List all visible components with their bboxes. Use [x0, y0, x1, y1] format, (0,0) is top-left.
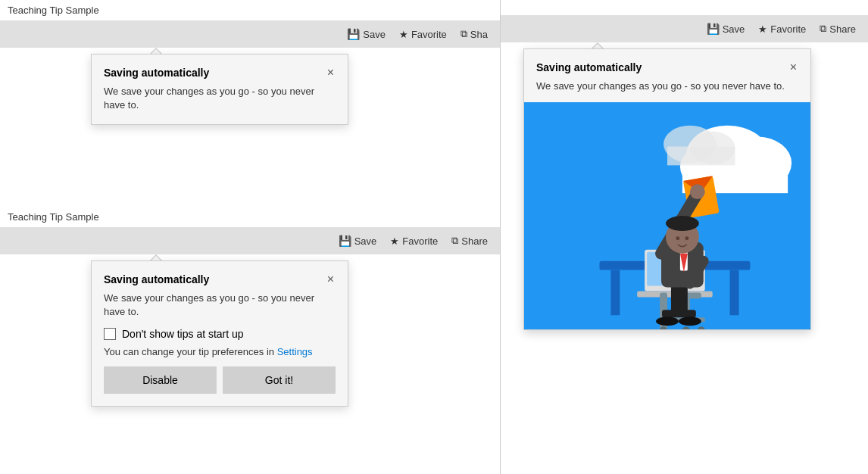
right-save-icon: 💾	[707, 23, 720, 35]
svg-rect-12	[730, 270, 739, 316]
svg-point-27	[679, 317, 701, 326]
svg-point-32	[690, 184, 705, 199]
tip2-checkbox-row: Don't show tips at start up	[104, 328, 336, 340]
star-icon: ★	[399, 29, 408, 40]
share-icon: ⧉	[461, 28, 467, 40]
right-favorite-button[interactable]: ★ Favorite	[758, 23, 806, 35]
tip2-header: Saving automatically ×	[104, 273, 336, 285]
share-button-1[interactable]: ⧉ Sha	[461, 28, 488, 40]
right-tip-popup: Saving automatically × We save your chan…	[523, 48, 811, 330]
svg-rect-25	[662, 310, 696, 318]
save-button-2[interactable]: 💾 Save	[339, 235, 377, 247]
tip2-buttons: Disable Got it!	[104, 366, 336, 394]
svg-point-26	[656, 317, 679, 326]
toolbar-2: 💾 Save ★ Favorite ⧉ Share	[0, 227, 500, 254]
right-save-button[interactable]: 💾 Save	[707, 23, 745, 35]
bottom-section: Teaching Tip Sample 💾 Save ★ Favorite ⧉ …	[0, 207, 500, 421]
tip2-title: Saving automatically	[104, 273, 209, 285]
settings-link[interactable]: Settings	[277, 346, 313, 357]
got-it-button[interactable]: Got it!	[223, 366, 336, 394]
tip1-header: Saving automatically ×	[104, 67, 336, 79]
svg-rect-24	[671, 284, 688, 314]
svg-point-35	[666, 216, 699, 231]
right-tip-close-button[interactable]: ×	[788, 61, 798, 73]
top-section: Teaching Tip Sample 💾 Save ★ Favorite ⧉ …	[0, 0, 500, 146]
share-button-2[interactable]: ⧉ Share	[451, 235, 488, 247]
save-button-1[interactable]: 💾 Save	[347, 28, 386, 40]
save-icon: 💾	[347, 28, 360, 40]
tip1-title: Saving automatically	[104, 67, 209, 79]
right-tip-header: Saving automatically ×	[536, 61, 798, 73]
tip2-arrow	[150, 254, 162, 260]
left-panel: Teaching Tip Sample 💾 Save ★ Favorite ⧉ …	[0, 0, 500, 474]
svg-point-36	[676, 237, 679, 241]
settings-text: You can change your tip preferences in	[104, 346, 277, 357]
tip2-settings-row: You can change your tip preferences in S…	[104, 346, 336, 357]
favorite-button-1[interactable]: ★ Favorite	[399, 29, 447, 40]
star-icon-2: ★	[390, 235, 399, 247]
tip1-body: We save your changes as you go - so you …	[104, 85, 336, 112]
tip1-close-button[interactable]: ×	[326, 67, 336, 79]
tip2-body: We save your changes as you go - so you …	[104, 292, 336, 319]
right-top-spacer	[501, 0, 868, 15]
right-tip-title: Saving automatically	[536, 61, 642, 73]
dont-show-label: Don't show tips at start up	[122, 328, 244, 340]
svg-point-37	[685, 237, 688, 241]
right-tip-text-area: Saving automatically × We save your chan…	[524, 49, 810, 102]
tip-illustration-area	[524, 102, 810, 329]
right-panel: 💾 Save ★ Favorite ⧉ Share Saving automat…	[500, 0, 868, 474]
favorite-button-2[interactable]: ★ Favorite	[390, 235, 438, 247]
page-title-1: Teaching Tip Sample	[0, 0, 500, 20]
right-star-icon: ★	[758, 23, 767, 35]
tip1-arrow	[150, 48, 162, 54]
tip2-popup: Saving automatically × We save your chan…	[91, 260, 348, 407]
page-title-2: Teaching Tip Sample	[0, 207, 500, 227]
svg-rect-7	[667, 147, 735, 166]
right-tip-arrow	[592, 42, 604, 48]
right-share-icon: ⧉	[820, 23, 826, 35]
illustration-svg	[524, 102, 810, 329]
dont-show-checkbox[interactable]	[104, 328, 116, 340]
right-share-button[interactable]: ⧉ Share	[820, 23, 856, 35]
disable-button[interactable]: Disable	[104, 366, 217, 394]
toolbar-1: 💾 Save ★ Favorite ⧉ Sha	[0, 20, 500, 48]
save-icon-2: 💾	[339, 235, 351, 247]
right-tip-body: We save your changes as you go - so you …	[536, 80, 798, 93]
tip2-close-button[interactable]: ×	[326, 273, 336, 285]
right-toolbar: 💾 Save ★ Favorite ⧉ Share	[501, 15, 868, 42]
share-icon-2: ⧉	[451, 235, 458, 247]
svg-rect-11	[610, 270, 620, 316]
tip1-popup: Saving automatically × We save your chan…	[91, 54, 348, 125]
